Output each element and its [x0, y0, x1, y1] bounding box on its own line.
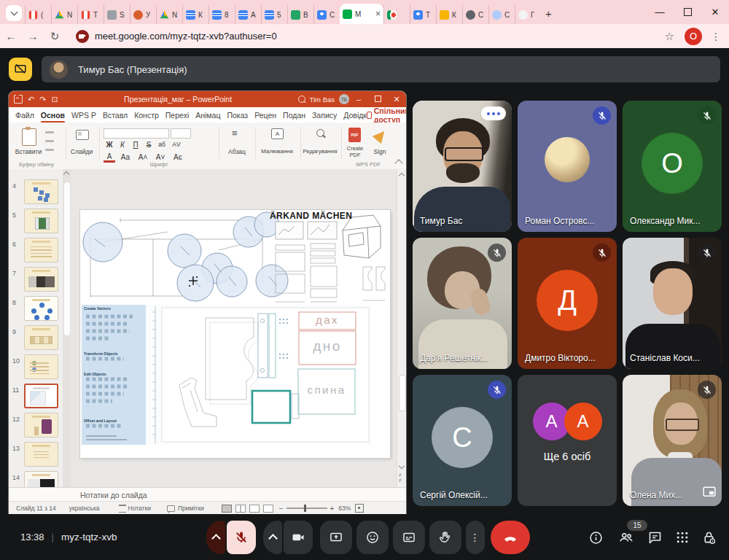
menu-review[interactable]: Рецен	[254, 111, 276, 120]
slide-canvas[interactable]: ÄRKAND MÄCHEN дах дно спина Create Vecto…	[80, 210, 390, 458]
present-button[interactable]	[320, 521, 352, 554]
strikethrough-button[interactable]: S	[143, 141, 155, 149]
comments-icon[interactable]	[167, 505, 175, 512]
paragraph-button[interactable]: Абзац	[220, 148, 254, 155]
ppt-vertical-scrollbar[interactable]: ≠≠	[397, 169, 406, 487]
redo-icon[interactable]: ↷	[39, 96, 46, 104]
thumbnail-scrollbar[interactable]	[63, 169, 71, 487]
sign-button[interactable]: Sign	[369, 148, 391, 155]
new-tab-button[interactable]: +	[545, 7, 552, 20]
browser-tab[interactable]: К	[182, 5, 208, 24]
italic-button[interactable]: К	[117, 141, 128, 149]
slideshow-view-button[interactable]	[263, 505, 273, 513]
ppt-maximize-button[interactable]	[368, 95, 387, 104]
reload-icon[interactable]: ↻	[44, 30, 66, 43]
participant-tile-dmytro[interactable]: Д Дмитро Вікторо...	[518, 238, 617, 369]
fit-slide-icon[interactable]	[355, 504, 364, 513]
editing-search-icon[interactable]	[316, 129, 324, 137]
menu-transitions[interactable]: Перехі	[165, 111, 189, 120]
browser-tab[interactable]: Т	[410, 5, 436, 24]
browser-tab[interactable]: Т	[77, 5, 104, 24]
ppt-account-name[interactable]: Tim Bas	[310, 96, 335, 104]
language-indicator[interactable]: українська	[69, 505, 100, 512]
paragraph-icon[interactable]: ≡	[232, 128, 238, 139]
menu-slideshow[interactable]: Показ	[227, 111, 248, 120]
back-icon[interactable]: ←	[0, 30, 22, 42]
slide-thumbnail-12[interactable]	[24, 413, 58, 438]
camera-options-button[interactable]	[263, 521, 282, 554]
minimize-button[interactable]: —	[646, 0, 674, 24]
font-name-box[interactable]	[104, 128, 169, 139]
slide-thumbnail-8[interactable]	[24, 296, 58, 321]
browser-tab[interactable]: S	[104, 5, 130, 24]
menu-design[interactable]: Констр	[134, 111, 159, 120]
new-slide-icon[interactable]	[76, 130, 89, 140]
browser-tab[interactable]: С	[462, 5, 488, 24]
slide-thumbnail-10[interactable]	[24, 354, 58, 379]
browser-tab[interactable]	[383, 5, 410, 24]
browser-tab[interactable]: К	[436, 5, 462, 24]
clear-format-button[interactable]: Ає	[172, 153, 184, 161]
maximize-button[interactable]	[674, 0, 701, 24]
picture-in-picture-icon[interactable]	[703, 486, 716, 500]
mic-options-button[interactable]	[206, 521, 225, 554]
browser-tab[interactable]: 5	[261, 5, 287, 24]
notes-icon[interactable]	[119, 505, 126, 513]
menu-animations[interactable]: Анімац	[195, 111, 220, 120]
editing-button[interactable]: Редагування	[300, 148, 340, 155]
host-controls-button[interactable]	[693, 521, 725, 554]
scroll-down-icon[interactable]	[399, 463, 405, 469]
mic-toggle-button-muted[interactable]	[227, 521, 256, 554]
slide-thumbnail-11-selected[interactable]	[24, 384, 58, 408]
save-icon[interactable]	[14, 95, 23, 104]
participant-tile-serhii[interactable]: С Сергій Олексій...	[413, 375, 512, 506]
browser-tab[interactable]: N	[51, 5, 77, 24]
slide-thumbnail-7[interactable]	[24, 267, 58, 292]
browser-tab[interactable]: В	[287, 5, 313, 24]
case-button[interactable]: Аа	[120, 153, 131, 161]
slide-thumbnail-5[interactable]	[24, 209, 58, 233]
captions-button[interactable]	[393, 521, 425, 554]
undo-icon[interactable]: ↶	[28, 96, 34, 104]
participant-tile-olena[interactable]: Олена Мих...	[623, 375, 722, 506]
drawing-button[interactable]: Малювання	[257, 148, 297, 155]
bookmark-star-icon[interactable]: ☆	[665, 30, 674, 43]
slides-button[interactable]: Слайди	[69, 148, 95, 155]
slide-thumbnail-9[interactable]	[24, 325, 58, 350]
create-pdf-button[interactable]: Create PDF	[343, 145, 367, 158]
prev-next-slide-buttons[interactable]: ≠≠	[399, 472, 402, 483]
raise-hand-button[interactable]	[429, 521, 461, 554]
zoom-in-icon[interactable]: +	[330, 505, 335, 513]
browser-tab-active-meet[interactable]: М×	[340, 4, 383, 24]
browser-tab[interactable]: У	[130, 5, 156, 24]
share-button[interactable]: Спільний доступ	[367, 106, 406, 124]
slide-sorter-view-button[interactable]	[235, 505, 246, 513]
browser-tab[interactable]: С	[488, 5, 515, 24]
slide-thumbnail-panel[interactable]: 4 5 6 7 8 9 10 11 12 13 14	[9, 169, 63, 487]
forward-icon[interactable]: →	[22, 30, 44, 42]
participant-tile-timur[interactable]: Тимур Бас	[413, 101, 512, 232]
tab-close-icon[interactable]: ×	[375, 9, 381, 19]
normal-view-button[interactable]	[222, 505, 232, 513]
comments-toggle[interactable]: Примітки	[178, 505, 204, 512]
presentation-paused-icon[interactable]	[9, 58, 32, 81]
grow-font-button[interactable]: А˄	[137, 153, 149, 161]
notes-toggle[interactable]: Нотатки	[128, 505, 151, 512]
camera-toggle-button[interactable]	[284, 521, 313, 554]
browser-tab[interactable]: N	[156, 5, 182, 24]
participant-tile-overflow[interactable]: А А Ще 6 осіб	[518, 375, 617, 506]
collapse-ribbon-icon[interactable]	[394, 159, 402, 167]
bold-button[interactable]: Ж	[104, 141, 115, 149]
screen-share-banner[interactable]: Тимур Бас (Презентація)	[42, 56, 720, 82]
browser-tab[interactable]: С	[313, 5, 340, 24]
end-call-button[interactable]	[491, 521, 530, 554]
search-icon[interactable]	[298, 96, 305, 103]
participant-tile-oleksandr[interactable]: О Олександр Мик...	[623, 101, 722, 232]
slide-thumbnail-6[interactable]	[24, 238, 58, 262]
zoom-slider[interactable]	[286, 508, 327, 509]
create-pdf-icon[interactable]: PDF	[348, 128, 361, 142]
profile-avatar[interactable]: O	[685, 28, 702, 45]
tab-search-button[interactable]	[6, 5, 22, 21]
notes-pane[interactable]: Нотатки до слайда	[9, 487, 406, 502]
font-size-box[interactable]	[171, 128, 191, 139]
